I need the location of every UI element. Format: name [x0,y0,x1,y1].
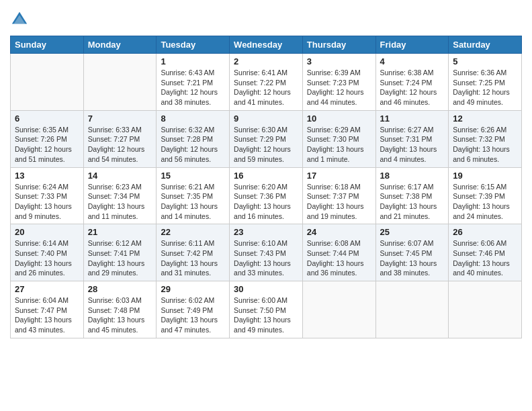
day-number: 15 [161,171,225,181]
calendar-header-row: SundayMondayTuesdayWednesdayThursdayFrid… [11,36,522,54]
day-info: Sunrise: 6:02 AMSunset: 7:49 PMDaylight:… [161,295,225,335]
day-info: Sunrise: 6:29 AMSunset: 7:30 PMDaylight:… [307,125,371,165]
calendar-week-row: 6Sunrise: 6:35 AMSunset: 7:26 PMDaylight… [11,110,522,167]
calendar-cell: 26Sunrise: 6:06 AMSunset: 7:46 PMDayligh… [449,224,522,281]
day-info: Sunrise: 6:32 AMSunset: 7:28 PMDaylight:… [161,125,225,165]
calendar-cell: 16Sunrise: 6:20 AMSunset: 7:36 PMDayligh… [230,167,303,224]
day-number: 23 [234,227,298,237]
day-number: 4 [380,56,445,66]
day-info: Sunrise: 6:39 AMSunset: 7:23 PMDaylight:… [307,68,371,107]
calendar-cell: 20Sunrise: 6:14 AMSunset: 7:40 PMDayligh… [11,224,84,281]
calendar-cell: 21Sunrise: 6:12 AMSunset: 7:41 PMDayligh… [83,224,157,281]
day-info: Sunrise: 6:00 AMSunset: 7:50 PMDaylight:… [234,295,298,335]
day-number: 20 [15,227,79,237]
day-info: Sunrise: 6:43 AMSunset: 7:21 PMDaylight:… [161,68,225,107]
calendar-week-row: 20Sunrise: 6:14 AMSunset: 7:40 PMDayligh… [11,224,522,281]
day-info: Sunrise: 6:38 AMSunset: 7:24 PMDaylight:… [380,68,445,107]
calendar-cell: 28Sunrise: 6:03 AMSunset: 7:48 PMDayligh… [83,281,157,338]
calendar-cell: 4Sunrise: 6:38 AMSunset: 7:24 PMDaylight… [375,54,449,111]
day-info: Sunrise: 6:18 AMSunset: 7:37 PMDaylight:… [307,182,371,222]
day-info: Sunrise: 6:23 AMSunset: 7:34 PMDaylight:… [88,182,152,222]
day-number: 3 [307,56,371,66]
day-number: 11 [380,113,445,124]
weekday-header-tuesday: Tuesday [157,36,230,54]
day-number: 2 [234,56,298,66]
day-info: Sunrise: 6:04 AMSunset: 7:47 PMDaylight:… [15,295,79,335]
day-info: Sunrise: 6:07 AMSunset: 7:45 PMDaylight:… [380,238,445,278]
calendar-cell: 24Sunrise: 6:08 AMSunset: 7:44 PMDayligh… [302,224,375,281]
day-info: Sunrise: 6:06 AMSunset: 7:46 PMDaylight:… [453,238,517,278]
day-number: 9 [234,113,298,124]
day-number: 12 [453,113,517,124]
calendar-cell: 1Sunrise: 6:43 AMSunset: 7:21 PMDaylight… [157,54,230,111]
calendar-cell: 13Sunrise: 6:24 AMSunset: 7:33 PMDayligh… [11,167,84,224]
day-info: Sunrise: 6:20 AMSunset: 7:36 PMDaylight:… [234,182,298,222]
weekday-header-sunday: Sunday [11,36,84,54]
logo [10,10,32,29]
day-number: 18 [380,171,445,181]
day-info: Sunrise: 6:41 AMSunset: 7:22 PMDaylight:… [234,68,298,107]
calendar-cell [302,281,375,338]
day-number: 8 [161,113,225,124]
day-info: Sunrise: 6:24 AMSunset: 7:33 PMDaylight:… [15,182,79,222]
day-number: 14 [88,171,152,181]
day-number: 7 [88,113,152,124]
calendar-table: SundayMondayTuesdayWednesdayThursdayFrid… [10,36,522,338]
calendar-cell: 19Sunrise: 6:15 AMSunset: 7:39 PMDayligh… [449,167,522,224]
day-number: 27 [15,284,79,294]
weekday-header-wednesday: Wednesday [230,36,303,54]
calendar-week-row: 13Sunrise: 6:24 AMSunset: 7:33 PMDayligh… [11,167,522,224]
calendar-cell: 30Sunrise: 6:00 AMSunset: 7:50 PMDayligh… [230,281,303,338]
day-number: 28 [88,284,152,294]
day-info: Sunrise: 6:15 AMSunset: 7:39 PMDaylight:… [453,182,517,222]
day-number: 13 [15,171,79,181]
weekday-header-thursday: Thursday [302,36,375,54]
day-info: Sunrise: 6:03 AMSunset: 7:48 PMDaylight:… [88,295,152,335]
day-number: 6 [15,113,79,124]
weekday-header-monday: Monday [83,36,157,54]
calendar-cell: 29Sunrise: 6:02 AMSunset: 7:49 PMDayligh… [157,281,230,338]
day-info: Sunrise: 6:12 AMSunset: 7:41 PMDaylight:… [88,238,152,278]
calendar-cell [11,54,84,111]
calendar-cell [449,281,522,338]
day-number: 21 [88,227,152,237]
day-number: 1 [161,56,225,66]
day-number: 17 [307,171,371,181]
calendar-cell: 14Sunrise: 6:23 AMSunset: 7:34 PMDayligh… [83,167,157,224]
day-info: Sunrise: 6:11 AMSunset: 7:42 PMDaylight:… [161,238,225,278]
day-number: 19 [453,171,517,181]
day-info: Sunrise: 6:26 AMSunset: 7:32 PMDaylight:… [453,125,517,165]
day-number: 24 [307,227,371,237]
calendar-cell: 7Sunrise: 6:33 AMSunset: 7:27 PMDaylight… [83,110,157,167]
calendar-cell: 23Sunrise: 6:10 AMSunset: 7:43 PMDayligh… [230,224,303,281]
day-number: 26 [453,227,517,237]
calendar-cell: 6Sunrise: 6:35 AMSunset: 7:26 PMDaylight… [11,110,84,167]
day-number: 16 [234,171,298,181]
calendar-cell: 8Sunrise: 6:32 AMSunset: 7:28 PMDaylight… [157,110,230,167]
day-number: 5 [453,56,517,66]
day-info: Sunrise: 6:27 AMSunset: 7:31 PMDaylight:… [380,125,445,165]
calendar-cell: 2Sunrise: 6:41 AMSunset: 7:22 PMDaylight… [230,54,303,111]
calendar-cell: 11Sunrise: 6:27 AMSunset: 7:31 PMDayligh… [375,110,449,167]
calendar-cell: 10Sunrise: 6:29 AMSunset: 7:30 PMDayligh… [302,110,375,167]
day-number: 10 [307,113,371,124]
calendar-cell: 27Sunrise: 6:04 AMSunset: 7:47 PMDayligh… [11,281,84,338]
day-number: 30 [234,284,298,294]
day-info: Sunrise: 6:33 AMSunset: 7:27 PMDaylight:… [88,125,152,165]
calendar-cell: 17Sunrise: 6:18 AMSunset: 7:37 PMDayligh… [302,167,375,224]
page-header [10,10,522,29]
calendar-cell: 22Sunrise: 6:11 AMSunset: 7:42 PMDayligh… [157,224,230,281]
day-number: 22 [161,227,225,237]
calendar-week-row: 1Sunrise: 6:43 AMSunset: 7:21 PMDaylight… [11,54,522,111]
calendar-cell: 25Sunrise: 6:07 AMSunset: 7:45 PMDayligh… [375,224,449,281]
weekday-header-saturday: Saturday [449,36,522,54]
calendar-week-row: 27Sunrise: 6:04 AMSunset: 7:47 PMDayligh… [11,281,522,338]
day-info: Sunrise: 6:10 AMSunset: 7:43 PMDaylight:… [234,238,298,278]
calendar-cell [375,281,449,338]
day-info: Sunrise: 6:21 AMSunset: 7:35 PMDaylight:… [161,182,225,222]
day-info: Sunrise: 6:17 AMSunset: 7:38 PMDaylight:… [380,182,445,222]
day-info: Sunrise: 6:35 AMSunset: 7:26 PMDaylight:… [15,125,79,165]
calendar-cell: 5Sunrise: 6:36 AMSunset: 7:25 PMDaylight… [449,54,522,111]
day-number: 25 [380,227,445,237]
calendar-cell: 18Sunrise: 6:17 AMSunset: 7:38 PMDayligh… [375,167,449,224]
